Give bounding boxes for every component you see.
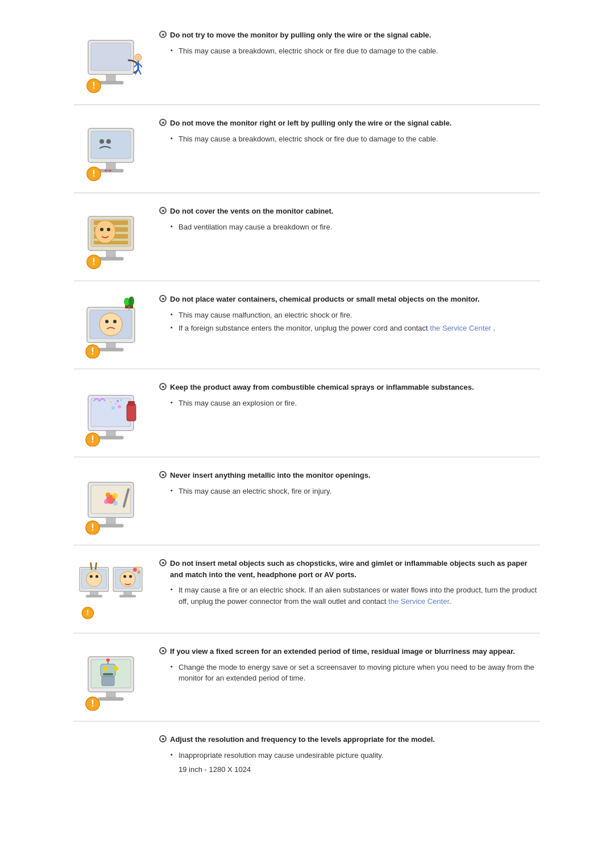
monitor-objects-image: ! [77, 296, 145, 358]
svg-point-51 [118, 405, 121, 408]
svg-text:!: ! [91, 347, 94, 356]
warning-dot-6 [159, 471, 167, 478]
svg-point-56 [120, 399, 122, 401]
title-text-2: Do not move the monitor right or left by… [170, 118, 451, 129]
warning-dot-7 [159, 559, 167, 566]
resolution-note: 19 inch - 1280 X 1024 [159, 765, 540, 774]
svg-rect-50 [128, 401, 135, 406]
image-col-6: ! [74, 470, 148, 535]
svg-rect-58 [98, 436, 123, 439]
content-col-4: Do not place water containers, chemical … [159, 294, 540, 336]
svg-line-78 [90, 562, 92, 570]
svg-text:!: ! [86, 608, 89, 617]
content-col-7: Do not insert metal objects such as chop… [159, 558, 540, 609]
section-4: ! Do not place water containers, chemica… [74, 281, 540, 369]
image-col-8: ! [74, 646, 148, 711]
section-1: ! Do not try to move the monitor by pull… [74, 17, 540, 105]
content-col-2: Do not move the monitor right or left by… [159, 118, 540, 147]
svg-line-11 [138, 69, 141, 74]
monitor-side-pull-image: ! ↔ [77, 120, 145, 182]
svg-text:!: ! [92, 257, 95, 266]
bullet-list-4: This may cause malfunction, an electric … [159, 310, 540, 334]
svg-rect-13 [91, 131, 131, 158]
warning-dot-4 [159, 295, 167, 302]
section-2: ! ↔ Do not move the monitor right or lef… [74, 105, 540, 193]
svg-rect-70 [98, 524, 123, 527]
title-text-5: Keep the product away from combustible c… [170, 382, 474, 393]
svg-point-64 [106, 493, 110, 497]
svg-point-28 [100, 228, 103, 231]
bullet-7-1: It may cause a fire or an electric shock… [171, 585, 540, 607]
svg-rect-99 [103, 673, 113, 675]
warning-title-5: Keep the product away from combustible c… [159, 382, 540, 393]
image-col-5: ! [74, 382, 148, 446]
bullet-1-1: This may cause a breakdown, electric sho… [171, 45, 540, 57]
image-col-2: ! ↔ [74, 118, 148, 182]
title-text-6: Never insert anything metallic into the … [170, 470, 371, 481]
svg-point-89 [136, 566, 138, 568]
warning-dot-2 [159, 119, 167, 126]
bullet-5-1: This may cause an explosion or fire. [171, 398, 540, 409]
monitor-vent-cover-image: ! [77, 208, 145, 270]
svg-line-79 [96, 562, 97, 570]
svg-point-54 [111, 406, 115, 410]
title-text-8: If you view a fixed screen for an extend… [170, 646, 515, 657]
svg-point-52 [114, 403, 117, 405]
image-col-7: ! [74, 558, 148, 623]
service-center-link-1[interactable]: the Service Center [430, 324, 491, 332]
warning-dot-1 [159, 31, 167, 38]
svg-point-66 [104, 499, 109, 504]
warning-title-6: Never insert anything metallic into the … [159, 470, 540, 481]
bullet-list-2: This may cause a breakdown, electric sho… [159, 133, 540, 145]
warning-dot-9 [159, 735, 167, 742]
svg-point-98 [114, 666, 118, 671]
bullet-6-1: This may cause an electric shock, fire o… [171, 486, 540, 497]
svg-point-76 [90, 575, 93, 578]
svg-point-77 [96, 575, 98, 578]
page-content: ! Do not try to move the monitor by pull… [63, 0, 551, 801]
bullet-3-1: Bad ventilation may cause a breakdown or… [171, 222, 540, 233]
svg-text:!: ! [92, 169, 95, 178]
bullet-list-9: Inappropriate resolution may cause undes… [159, 750, 540, 761]
svg-point-65 [112, 493, 118, 499]
monitor-screensaver-image: ! [77, 648, 145, 711]
bullet-list-6: This may cause an electric shock, fire o… [159, 486, 540, 497]
svg-point-88 [138, 571, 140, 574]
warning-dot-3 [159, 207, 167, 214]
svg-rect-103 [106, 692, 115, 698]
svg-rect-90 [124, 591, 132, 595]
svg-point-14 [99, 139, 104, 144]
monitor-ports-image: ! [77, 560, 145, 623]
bullet-list-8: Change the mode to energy save or set a … [159, 662, 540, 684]
svg-rect-43 [106, 343, 115, 348]
svg-rect-30 [106, 251, 115, 257]
content-col-5: Keep the product away from combustible c… [159, 382, 540, 411]
svg-point-97 [103, 666, 108, 671]
svg-point-29 [107, 228, 110, 231]
svg-rect-3 [98, 81, 123, 84]
warning-dot-5 [159, 383, 167, 390]
svg-text:!: ! [92, 81, 95, 90]
svg-point-6 [135, 54, 142, 61]
svg-rect-69 [106, 518, 115, 524]
content-col-8: If you view a fixed screen for an extend… [159, 646, 540, 686]
svg-rect-91 [119, 595, 136, 597]
section-5: ! Keep the product away from combustible… [74, 369, 540, 457]
bullet-4-1: This may cause malfunction, an electric … [171, 310, 540, 321]
content-col-3: Do not cover the vents on the monitor ca… [159, 206, 540, 235]
bullet-list-7: It may cause a fire or an electric shock… [159, 585, 540, 607]
svg-point-53 [117, 400, 119, 402]
svg-point-36 [99, 313, 122, 336]
content-col-6: Never insert anything metallic into the … [159, 470, 540, 499]
svg-point-55 [110, 401, 112, 403]
warning-title-8: If you view a fixed screen for an extend… [159, 646, 540, 657]
section-9: Adjust the resolution and frequency to t… [74, 721, 540, 784]
title-text-3: Do not cover the vents on the monitor ca… [170, 206, 333, 217]
svg-rect-44 [98, 348, 123, 351]
svg-point-87 [133, 568, 137, 572]
service-center-link-2[interactable]: the Service Center [388, 597, 449, 606]
section-6: ! Never insert anything metallic into th… [74, 457, 540, 545]
title-text-1: Do not try to move the monitor by pullin… [170, 30, 431, 41]
svg-text:↔: ↔ [102, 164, 114, 176]
svg-rect-49 [127, 404, 136, 421]
